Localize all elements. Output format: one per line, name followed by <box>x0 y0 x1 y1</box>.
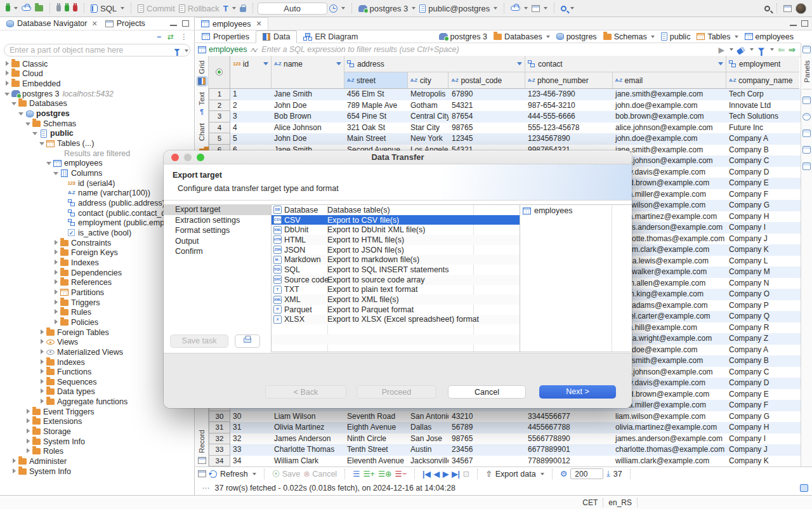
maximize-editor-icon[interactable] <box>801 20 808 27</box>
cell-company_name[interactable]: Company K <box>726 456 799 467</box>
tree-expander-icon[interactable] <box>39 359 45 366</box>
apply-filter-icon[interactable]: ▶ <box>719 45 725 55</box>
tree-expander-icon[interactable] <box>11 458 17 465</box>
link-with-editor-icon[interactable]: ⇄ <box>167 32 174 41</box>
cell-id[interactable]: 30 <box>230 411 272 423</box>
cell-name[interactable]: Liam Wilson <box>272 411 344 423</box>
sort-icon[interactable] <box>336 62 341 65</box>
cell-name[interactable]: John Doe <box>272 100 344 112</box>
cell-company_name[interactable]: Company F <box>726 189 799 201</box>
cell-phone_number[interactable]: 7788990012 <box>525 456 613 467</box>
commit-mode-combo[interactable]: Auto <box>258 3 327 15</box>
refresh-icon[interactable] <box>209 470 217 478</box>
cell-company_name[interactable]: Tech Solutions <box>726 111 799 122</box>
export-data-button[interactable]: Export data <box>495 470 536 479</box>
tree-expander-icon[interactable] <box>53 279 59 286</box>
cell-id[interactable]: 5 <box>230 133 272 145</box>
cell-postal_code[interactable]: 43210 <box>449 411 525 423</box>
cell-email[interactable]: bob.brown@example.com <box>613 111 726 122</box>
cell-phone_number[interactable]: 6677889901 <box>525 444 613 456</box>
column-group-address[interactable]: address A-Zstreet A-Zcity A-Zpostal_code <box>344 56 525 88</box>
new-connection-button[interactable] <box>4 5 20 11</box>
cell-company_name[interactable]: Company K <box>726 244 799 256</box>
connect-button[interactable] <box>55 5 63 11</box>
cell-postal_code[interactable]: 54321 <box>449 100 525 112</box>
delete-row-icon[interactable]: ☰− <box>395 469 407 479</box>
column-header-street[interactable]: A-Zstreet <box>344 72 408 88</box>
cell-postal_code[interactable]: 67890 <box>449 89 525 100</box>
tree-expander-icon[interactable] <box>53 260 59 266</box>
cell-company_name[interactable]: Company I <box>726 433 799 445</box>
cell-street[interactable]: 321 Oak St <box>344 122 408 134</box>
status-menu-icon[interactable]: ⋯ <box>202 483 210 492</box>
next-button[interactable]: Next > <box>539 385 616 399</box>
transaction-mode-button[interactable]: T <box>221 4 238 13</box>
row-number[interactable]: 31 <box>209 422 230 433</box>
refresh-label[interactable]: Refresh <box>220 470 248 479</box>
tree-expander-icon[interactable] <box>53 319 59 326</box>
prev-row-icon[interactable]: ◀ <box>434 470 440 479</box>
cell-name[interactable]: Olivia Martinez <box>272 422 344 433</box>
cell-street[interactable]: Seventh Road <box>344 411 408 423</box>
tree-expander-icon[interactable] <box>39 329 45 336</box>
duplicate-row-icon[interactable]: ☰⊕ <box>378 469 392 479</box>
tree-expander-icon[interactable] <box>25 121 31 127</box>
minimize-editor-icon[interactable] <box>790 25 797 27</box>
cell-phone_number[interactable]: 1234567890 <box>525 133 613 145</box>
tab-database-navigator[interactable]: Database Navigator ✕ <box>4 17 103 30</box>
cell-company_name[interactable]: Company L <box>726 256 799 267</box>
cell-city[interactable]: San Jose <box>408 433 449 445</box>
tree-expander-icon[interactable] <box>25 448 31 454</box>
cell-company_name[interactable]: Company J <box>726 234 799 245</box>
tree-expander-icon[interactable] <box>46 160 52 166</box>
cell-company_name[interactable]: Future Inc <box>726 122 799 134</box>
rollback-button[interactable]: Rollback <box>177 4 221 13</box>
cancel-button[interactable]: Cancel <box>448 385 526 399</box>
table-row[interactable]: 3434William ClarkEleventh AvenueJacksonv… <box>209 456 801 467</box>
sort-icon[interactable] <box>517 62 522 65</box>
cell-id[interactable]: 2 <box>230 100 272 112</box>
tree-expander-icon[interactable] <box>53 249 59 256</box>
close-editor-icon[interactable]: ✕ <box>256 20 261 28</box>
row-number[interactable]: 3 <box>209 111 230 122</box>
cell-email[interactable]: william.clark@example.com <box>613 456 726 467</box>
cell-city[interactable]: Star City <box>408 122 449 134</box>
column-header-phone-number[interactable]: A-Zphone_number <box>525 72 613 88</box>
view-menu-icon[interactable]: ⋮ <box>180 32 188 41</box>
disconnect-button[interactable] <box>71 5 79 11</box>
breadcrumb-dropdown-icon[interactable] <box>546 36 550 38</box>
tree-expander-icon[interactable] <box>4 70 10 77</box>
cell-company_name[interactable]: Company H <box>726 211 799 223</box>
cell-company_name[interactable]: Company P <box>726 300 799 312</box>
cell-street[interactable]: 789 Maple Ave <box>344 100 408 112</box>
transaction-log-button[interactable] <box>327 4 347 13</box>
active-schema-combo[interactable]: public@postgres <box>417 4 499 13</box>
cell-company_name[interactable]: Company B <box>726 355 799 367</box>
next-row-icon[interactable]: ▶ <box>443 470 449 479</box>
column-group-employment[interactable]: employment A-Zcompany_name <box>726 56 799 88</box>
tree-item-extensions[interactable]: Extensions <box>0 417 194 427</box>
cell-postal_code[interactable]: 87654 <box>449 111 525 122</box>
tree-expander-icon[interactable] <box>53 309 59 315</box>
focus-cell-icon[interactable]: ⊡ <box>463 469 469 479</box>
cell-company_name[interactable]: Company H <box>726 422 799 433</box>
cell-company_name[interactable]: Company I <box>726 222 799 234</box>
table-row[interactable]: 3131Olivia MartinezEighth AvenueDallas56… <box>209 422 801 433</box>
timezone-indicator[interactable]: CET <box>582 498 598 507</box>
table-row[interactable]: 11Jane Smith456 Elm StMetropolis67890123… <box>209 89 801 100</box>
column-header-postal-code[interactable]: A-Zpostal_code <box>449 72 525 88</box>
tree-expander-icon[interactable] <box>4 61 10 67</box>
task-settings-button[interactable] <box>235 334 260 348</box>
tree-expander-icon[interactable] <box>53 289 59 296</box>
proceed-button[interactable]: Proceed <box>357 385 436 399</box>
lock-button[interactable] <box>238 4 248 12</box>
column-header-company-name[interactable]: A-Zcompany_name <box>726 72 799 88</box>
tree-expander-icon[interactable] <box>39 388 45 395</box>
minimize-panel-icon[interactable] <box>170 25 177 27</box>
cell-company_name[interactable]: Innovate Ltd <box>726 100 799 112</box>
sort-icon[interactable] <box>263 62 268 65</box>
row-number[interactable]: 30 <box>209 411 230 423</box>
cell-company_name[interactable]: Company M <box>726 267 799 278</box>
open-connection-folder-button[interactable] <box>33 5 45 11</box>
tree-expander-icon[interactable] <box>39 140 45 147</box>
